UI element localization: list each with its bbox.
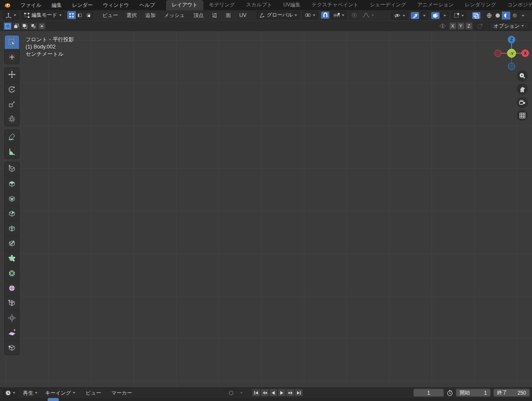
mesh-edit-overlay-dropdown[interactable] bbox=[451, 11, 466, 20]
gizmo-z-neg-axis[interactable] bbox=[508, 63, 515, 70]
menu-view[interactable]: ビュー bbox=[98, 11, 123, 20]
menu-mesh[interactable]: メッシュ bbox=[160, 11, 189, 20]
tab-uv-editing[interactable]: UV編集 bbox=[277, 0, 306, 10]
current-frame-field[interactable]: 1 bbox=[413, 389, 444, 397]
shading-rendered-button[interactable] bbox=[510, 11, 519, 20]
select-mode-subtract-button[interactable] bbox=[20, 22, 29, 30]
3d-viewport[interactable]: フロント・平行投影 (1) Body.002 センチメートル Z X -Y bbox=[0, 31, 532, 387]
tab-shading[interactable]: シェーディング bbox=[364, 0, 412, 10]
timeline-marker-menu[interactable]: マーカー bbox=[106, 388, 137, 398]
vertex-select-button[interactable] bbox=[67, 11, 76, 19]
tool-inset-faces[interactable] bbox=[4, 192, 20, 206]
gizmo-x-neg-axis[interactable] bbox=[495, 50, 501, 57]
tool-add-cube[interactable] bbox=[4, 162, 20, 176]
mirror-z-button[interactable]: Z bbox=[465, 22, 473, 30]
menu-face[interactable]: 面 bbox=[221, 11, 235, 20]
pan-button[interactable] bbox=[517, 83, 528, 95]
tool-knife[interactable] bbox=[4, 236, 20, 251]
ortho-switch-button[interactable] bbox=[517, 110, 528, 121]
select-mode-intersect-button[interactable] bbox=[37, 22, 46, 30]
object-visibility-dropdown[interactable] bbox=[391, 11, 408, 20]
snap-with-dropdown[interactable] bbox=[331, 11, 347, 19]
menu-edit[interactable]: 編集 bbox=[46, 0, 67, 10]
tool-extrude-region[interactable] bbox=[4, 177, 20, 191]
shading-material-button[interactable] bbox=[502, 11, 510, 20]
tab-layout[interactable]: レイアウト bbox=[166, 0, 203, 10]
menu-select[interactable]: 選択 bbox=[122, 11, 141, 20]
edge-select-button[interactable] bbox=[76, 11, 84, 19]
tool-measure[interactable] bbox=[4, 144, 20, 159]
show-overlays-toggle[interactable] bbox=[431, 11, 440, 20]
mirror-y-button[interactable]: Y bbox=[457, 22, 465, 30]
mode-dropdown[interactable]: 編集モード bbox=[21, 11, 64, 19]
tool-annotate[interactable] bbox=[4, 129, 20, 144]
menu-file[interactable]: ファイル bbox=[15, 0, 46, 10]
tool-poly-build[interactable] bbox=[4, 251, 20, 266]
playhead[interactable] bbox=[48, 398, 59, 401]
tool-rip-region[interactable] bbox=[4, 341, 20, 355]
tool-scale[interactable] bbox=[4, 97, 20, 112]
jump-to-end-button[interactable] bbox=[295, 389, 303, 397]
stopwatch-icon[interactable] bbox=[446, 390, 453, 396]
timeline-track-strip[interactable] bbox=[0, 398, 532, 401]
show-gizmo-toggle[interactable] bbox=[410, 11, 420, 20]
tool-edge-slide[interactable] bbox=[4, 296, 20, 310]
menu-render[interactable]: レンダー bbox=[67, 0, 98, 10]
timeline-view-menu[interactable]: ビュー bbox=[80, 388, 106, 398]
next-keyframe-button[interactable] bbox=[286, 389, 295, 397]
tab-rendering[interactable]: レンダリング bbox=[459, 0, 502, 10]
auto-keying-dropdown[interactable] bbox=[237, 389, 245, 397]
end-frame-field[interactable]: 終了 250 bbox=[493, 389, 530, 397]
select-mode-new-button[interactable] bbox=[3, 22, 12, 30]
previous-keyframe-button[interactable] bbox=[260, 389, 269, 397]
menu-vertex[interactable]: 頂点 bbox=[189, 11, 208, 20]
blender-logo-icon[interactable] bbox=[3, 2, 11, 9]
tool-shear[interactable] bbox=[4, 326, 20, 340]
correct-face-attributes-toggle[interactable] bbox=[475, 22, 485, 30]
tab-texture-paint[interactable]: テクスチャペイント bbox=[306, 0, 364, 10]
gizmo-dropdown[interactable] bbox=[420, 11, 428, 20]
tool-smooth[interactable] bbox=[4, 281, 20, 295]
keying-menu[interactable]: キーイング bbox=[43, 389, 78, 397]
tab-compositing[interactable]: コンポジティング bbox=[502, 0, 532, 10]
play-reverse-button[interactable] bbox=[269, 389, 277, 397]
tool-cursor[interactable] bbox=[4, 50, 20, 64]
menu-add[interactable]: 追加 bbox=[141, 11, 160, 20]
select-mode-extend-button[interactable] bbox=[12, 22, 20, 30]
editor-type-button[interactable] bbox=[3, 11, 19, 19]
options-dropdown[interactable]: オプション bbox=[489, 22, 529, 30]
menu-uv[interactable]: UV bbox=[235, 11, 251, 20]
jump-to-start-button[interactable] bbox=[252, 389, 260, 397]
tool-transform[interactable] bbox=[4, 112, 20, 126]
tool-shrink-fatten[interactable] bbox=[4, 311, 20, 325]
proportional-editing-toggle[interactable] bbox=[349, 11, 359, 19]
tool-move[interactable] bbox=[4, 67, 20, 82]
play-button[interactable] bbox=[277, 389, 286, 397]
timeline-editor-type-button[interactable] bbox=[3, 389, 18, 397]
auto-keying-toggle[interactable] bbox=[226, 389, 237, 397]
zoom-button[interactable] bbox=[517, 70, 528, 81]
navigation-gizmo[interactable]: Z X -Y bbox=[494, 36, 529, 71]
shading-dropdown[interactable] bbox=[519, 11, 527, 20]
start-frame-field[interactable]: 開始 1 bbox=[456, 389, 491, 397]
select-mode-invert-button[interactable] bbox=[29, 22, 37, 30]
shading-wireframe-button[interactable] bbox=[485, 11, 493, 20]
tab-modeling[interactable]: モデリング bbox=[203, 0, 240, 10]
xray-toggle[interactable] bbox=[472, 11, 481, 20]
camera-view-button[interactable] bbox=[517, 97, 528, 108]
tab-sculpting[interactable]: スカルプト bbox=[240, 0, 277, 10]
transform-orientation-dropdown[interactable]: グローバル bbox=[257, 11, 300, 19]
tool-select-box[interactable] bbox=[4, 35, 20, 49]
tool-loop-cut[interactable] bbox=[4, 221, 20, 236]
tool-rotate[interactable] bbox=[4, 82, 20, 97]
tool-bevel[interactable] bbox=[4, 206, 20, 221]
overlays-dropdown[interactable] bbox=[441, 11, 449, 20]
falloff-dropdown[interactable] bbox=[360, 11, 377, 19]
menu-edge[interactable]: 辺 bbox=[208, 11, 221, 20]
playback-menu[interactable]: 再生 bbox=[20, 389, 40, 397]
mirror-x-button[interactable]: X bbox=[449, 22, 457, 30]
face-select-button[interactable] bbox=[84, 11, 93, 19]
tool-spin[interactable] bbox=[4, 266, 20, 281]
tab-animation[interactable]: アニメーション bbox=[412, 0, 459, 10]
shading-solid-button[interactable] bbox=[493, 11, 502, 20]
